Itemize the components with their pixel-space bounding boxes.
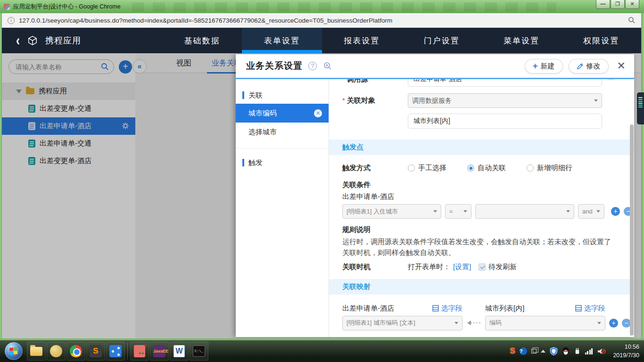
source-input[interactable]: 出差申请单-酒店 (408, 79, 602, 87)
condition-logic-select[interactable]: and (578, 204, 604, 219)
taskbar-notepadpp-icon[interactable]: ++ (130, 342, 149, 361)
restore-windows-tray-icon[interactable] (531, 349, 537, 354)
taskbar-sublime-icon[interactable]: S (86, 342, 105, 361)
tray-expand-icon[interactable] (541, 350, 545, 353)
security-shield-tray-icon[interactable] (550, 347, 558, 355)
mapping-left-field-select[interactable]: [明细表1] 城市编码 [文本] (342, 316, 462, 330)
condition-operator-select[interactable]: = (445, 204, 471, 219)
dialog-content: 调用源 出差申请单-酒店 关联对象 调用数据服务 城市列表[内] (329, 79, 634, 337)
url-text[interactable]: 127.0.0.1/seeyon/cap4/business.do?method… (19, 17, 624, 24)
map-direction-arrow-icon (466, 320, 481, 326)
trigger-mode-row: 触发方式 手工选择 自动关联 新增明细行 (342, 164, 634, 173)
mapping-right-field-select[interactable]: 编码 (485, 316, 605, 330)
browser-url-bar[interactable]: i 127.0.0.1/seeyon/cap4/business.do?meth… (2, 13, 641, 28)
add-mapping-button[interactable]: + (609, 319, 618, 328)
assoc-object-label: 关联对象 (342, 96, 408, 105)
plus-icon: + (533, 62, 538, 70)
mapping-right-field-value: 编码 (489, 319, 502, 327)
tab-base-data[interactable]: 基础数据 (162, 28, 242, 53)
modify-button[interactable]: 修改 (569, 59, 609, 74)
chevron-down-icon (433, 210, 437, 213)
radio-manual-select[interactable]: 手工选择 (408, 164, 446, 173)
system-tray: S ? (510, 343, 644, 360)
source-picker-button[interactable] (608, 79, 615, 80)
new-button[interactable]: + 新建 (525, 59, 563, 74)
service-input[interactable]: 城市列表[内] (408, 114, 602, 129)
app-top-nav: ‹ 携程应用 基础数据 表单设置 报表设置 门户设置 菜单设置 权限设置 (2, 28, 641, 53)
mapping-left-field-value: [明细表1] 城市编码 [文本] (347, 319, 415, 327)
business-relation-dialog: 业务关系设置 ? + 新建 (236, 54, 634, 337)
taskbar-explorer-icon[interactable] (27, 342, 46, 361)
minimize-button[interactable]: — (596, 0, 610, 9)
nav-item-city-code[interactable]: 城市编码 ✕ (236, 104, 329, 123)
close-dialog-icon[interactable]: ✕ (617, 60, 626, 72)
radio-auto-associate[interactable]: 自动关联 (467, 164, 506, 173)
taskbar-clock[interactable]: 10:56 2019/7/30 (613, 343, 639, 360)
timing-settings-link[interactable]: [设置] (453, 263, 471, 272)
start-button[interactable] (5, 342, 23, 360)
close-window-button[interactable]: ✕ (625, 0, 639, 9)
radio-icon[interactable] (527, 165, 534, 172)
pick-field-label: 选字段 (584, 304, 605, 313)
network-signal-tray-icon[interactable] (585, 348, 593, 354)
source-row: 调用源 出差申请单-酒店 (342, 79, 634, 87)
chevron-down-icon (596, 210, 600, 213)
help-icon[interactable]: ? (308, 62, 317, 70)
clock-time: 10:56 (613, 343, 639, 351)
trigger-section-header: 触发点 (329, 140, 634, 155)
help-tray-icon[interactable]: ? (520, 347, 527, 355)
aero-glass-reflection (132, 2, 556, 12)
taskbar-word-icon[interactable]: W (170, 342, 189, 361)
page-zoom-icon[interactable] (628, 16, 636, 24)
sogou-tray-icon[interactable]: S (510, 346, 515, 356)
timing-prefix: 打开表单时： (408, 263, 450, 272)
taskbar-share-tool-icon[interactable] (106, 342, 125, 361)
edge-docked-widget[interactable] (637, 92, 644, 124)
taskbar-eclipse-icon[interactable]: JavaEE (150, 342, 169, 361)
assoc-object-value: 调用数据服务 (412, 97, 452, 105)
delete-relation-icon[interactable]: ✕ (314, 109, 322, 117)
pencil-icon (577, 63, 584, 70)
timing-row: 关联时机 打开表单时： [设置] 待发刷新 (342, 263, 634, 272)
pick-field-left-link[interactable]: 选字段 (432, 304, 462, 313)
back-icon[interactable]: ‹ (16, 33, 20, 48)
pending-refresh-label: 待发刷新 (488, 263, 517, 272)
app-cube-icon (27, 35, 38, 46)
pending-refresh-checkbox[interactable] (479, 263, 486, 271)
add-condition-button[interactable]: + (611, 207, 620, 216)
window-titlebar: 应用定制平台|设计中心 - Google Chrome — ❐ ✕ (0, 0, 644, 13)
window-title: 应用定制平台|设计中心 - Google Chrome (13, 3, 121, 11)
qq-tray-icon[interactable] (562, 347, 570, 355)
tab-form-settings[interactable]: 表单设置 (242, 28, 322, 53)
radio-new-detail-row[interactable]: 新增明细行 (527, 164, 572, 173)
tab-permission-settings[interactable]: 权限设置 (561, 28, 641, 53)
nav-divider (236, 148, 329, 148)
source-label: 调用源 (342, 79, 408, 84)
taskbar: S ++ JavaEE W C:\_ S ? (0, 340, 644, 362)
scrollbar-thumb[interactable] (630, 124, 634, 336)
maximize-button[interactable]: ❐ (611, 0, 625, 9)
taskbar-cmd-icon[interactable]: C:\_ (190, 342, 208, 361)
condition-value-select[interactable] (475, 204, 574, 219)
volume-muted-tray-icon[interactable] (597, 347, 606, 355)
assoc-object-select[interactable]: 调用数据服务 (408, 93, 602, 108)
tab-report-settings[interactable]: 报表设置 (322, 28, 402, 53)
nav-item-city-select[interactable]: 选择城市 (236, 123, 329, 141)
condition-row: [明细表1] 入住城市 = and (342, 204, 634, 219)
condition-field-select[interactable]: [明细表1] 入住城市 (342, 204, 441, 219)
magnifier-plus-icon[interactable] (323, 62, 332, 70)
mapping-block: 出差申请单-酒店 选字段 (342, 304, 634, 330)
tab-menu-settings[interactable]: 菜单设置 (481, 28, 561, 53)
power-plug-tray-icon[interactable] (574, 347, 581, 355)
chevron-down-icon (463, 210, 467, 213)
pick-field-right-link[interactable]: 选字段 (575, 304, 605, 313)
assoc-object-row: 关联对象 调用数据服务 (342, 93, 634, 108)
taskbar-navicat-icon[interactable] (47, 342, 66, 361)
site-info-icon[interactable]: i (8, 17, 15, 24)
dialog-scrollbar[interactable] (629, 80, 634, 337)
tab-portal-settings[interactable]: 门户设置 (402, 28, 481, 53)
radio-icon[interactable] (408, 165, 415, 172)
new-button-label: 新建 (541, 62, 555, 71)
radio-icon-selected[interactable] (467, 165, 474, 172)
taskbar-chrome-icon[interactable] (66, 342, 85, 361)
